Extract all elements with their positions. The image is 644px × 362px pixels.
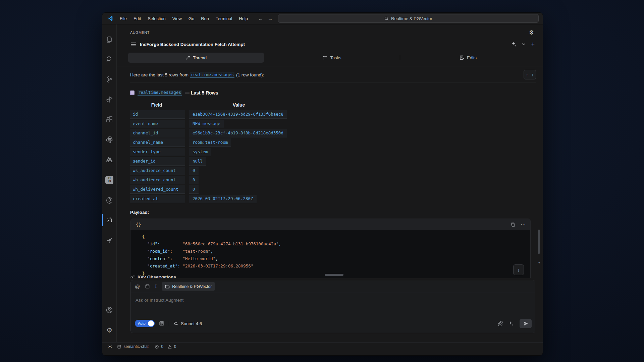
intro-text: Here are the last 5 rows from (130, 72, 189, 77)
context-chip[interactable]: Realtime & PGVector (162, 282, 215, 291)
sparkle-wand-icon[interactable] (511, 42, 516, 47)
value-cell: null (189, 157, 206, 166)
text-cursor-icon[interactable]: I (155, 284, 157, 289)
tab-edits[interactable]: Edits (400, 53, 536, 63)
sidebar-item-explorer[interactable] (102, 29, 116, 49)
value-cell: 0 (189, 176, 199, 184)
thread-list-icon[interactable] (131, 43, 136, 46)
panel-header: AUGMENT ⚙ (117, 24, 543, 39)
tab-thread[interactable]: Thread (128, 53, 264, 63)
context-chip-label: Realtime & PGVector (172, 284, 212, 289)
paper-plane-icon (105, 236, 113, 244)
thread-actions: + (511, 41, 535, 47)
code-line: "content": "Hello world", (137, 255, 524, 262)
menu-help[interactable]: Help (235, 15, 251, 22)
error-count: 0 (161, 344, 163, 349)
prompt-guide-icon[interactable] (159, 321, 164, 326)
remote-indicator[interactable]: >< (108, 344, 111, 349)
sidebar-item-augment[interactable] (102, 210, 116, 230)
scroll-to-bottom-button[interactable]: ↓ (513, 264, 524, 275)
vertical-scrollbar[interactable] (538, 230, 540, 254)
thread-title: InsForge Backend Documentation Fetch Att… (140, 42, 245, 47)
activity-bar-bottom: ⚙ (102, 300, 116, 342)
tab-tasks[interactable]: Tasks (264, 53, 400, 63)
code-line: "id": "68c560ec-679a-4274-b131-b976100ac… (137, 240, 524, 248)
mention-icon[interactable]: @ (135, 284, 140, 289)
input-right-controls (497, 319, 532, 328)
tasklist-icon (322, 55, 327, 60)
scroll-up-icon[interactable]: ↑ (526, 72, 528, 77)
code-line: { (137, 233, 524, 240)
attach-paperclip-icon[interactable] (497, 321, 503, 326)
sidebar-item-openai[interactable] (102, 190, 116, 210)
workspace-icon (117, 345, 121, 349)
panel-settings-gear-icon[interactable]: ⚙ (529, 29, 534, 36)
python-icon (105, 136, 113, 144)
augment-panel: AUGMENT ⚙ InsForge Backend Documentation… (117, 24, 543, 342)
sidebar-item-run-debug[interactable] (102, 89, 116, 110)
payload-label: Payload: (130, 210, 543, 215)
value-cell: 0 (189, 185, 199, 194)
warning-icon (167, 345, 172, 349)
menu-edit[interactable]: Edit (130, 15, 144, 22)
table-header-row: Field Value (130, 100, 543, 110)
copy-icon[interactable] (511, 222, 515, 227)
account-icon (105, 306, 113, 314)
menu-terminal[interactable]: Terminal (212, 15, 235, 22)
chevron-down-icon[interactable] (522, 42, 526, 46)
save-icon[interactable] (145, 284, 150, 289)
resize-drag-handle[interactable] (325, 274, 343, 276)
enhance-sparkle-icon[interactable] (508, 321, 514, 326)
sidebar-item-python[interactable] (102, 130, 116, 150)
value-cell: 2026-03-02T17:29:06.280Z (189, 195, 257, 203)
workspace-indicator[interactable]: semantic-chat (117, 344, 149, 349)
sidebar-item-search[interactable] (102, 49, 116, 69)
menu-run[interactable]: Run (198, 15, 212, 22)
new-thread-plus-icon[interactable]: + (531, 41, 535, 47)
activity-bar: K1 LO ⚙ (102, 24, 117, 342)
sidebar-item-publish[interactable] (102, 230, 116, 250)
code-line: "created_at": "2026-03-02T17:29:06.28095… (137, 262, 524, 270)
field-cell: wh_delivered_count (130, 185, 185, 194)
auto-mode-toggle[interactable]: Auto (135, 320, 155, 327)
menu-file[interactable]: File (116, 15, 130, 22)
value-cell: system (189, 148, 211, 156)
payload-code-block: {} ⋯ { "id": "68c560ec-679a-4274-b131-b9… (130, 219, 531, 278)
tab-bar: Thread Tasks Edits (128, 53, 536, 63)
settings-button[interactable]: ⚙ (102, 320, 116, 340)
toggle-knob (148, 320, 154, 326)
send-button[interactable] (520, 319, 532, 328)
chat-text-editor[interactable]: Ask or Instruct Augment (131, 293, 535, 317)
input-placeholder: Ask or Instruct Augment (136, 298, 183, 303)
section-divider (130, 82, 536, 82)
sidebar-item-extensions[interactable] (102, 110, 116, 130)
back-arrow-icon[interactable]: ← (258, 16, 263, 21)
model-name: Sonnet 4.6 (181, 321, 202, 326)
model-selector[interactable]: Sonnet 4.6 (173, 321, 202, 326)
workspace-name: semantic-chat (123, 344, 149, 349)
sidebar-item-azure[interactable] (102, 150, 116, 170)
problems-indicator[interactable]: 0 0 (155, 344, 176, 349)
sidebar-item-source-control[interactable] (102, 69, 116, 89)
code-block-header: {} ⋯ (130, 219, 530, 230)
menu-selection[interactable]: Selection (144, 15, 169, 22)
sidebar-item-kilo[interactable]: K1 LO (102, 170, 116, 190)
chat-input-container[interactable]: @ I Realtime & PGVector Ask or Instruct … (130, 280, 535, 333)
menu-view[interactable]: View (169, 15, 185, 22)
table-row: ide1eb3074-1568-4319-bd29-6f133f6baec8 (130, 110, 543, 119)
more-actions-icon[interactable]: ⋯ (521, 222, 526, 227)
extensions-icon (105, 116, 113, 124)
forward-arrow-icon[interactable]: → (268, 16, 273, 21)
menu-go[interactable]: Go (185, 15, 198, 22)
command-center-search[interactable]: Realtime & PGVector (278, 14, 539, 23)
table-row: wh_delivered_count0 (130, 185, 543, 194)
table-row: channel_nameroom:test-room (130, 138, 543, 147)
edits-icon (460, 55, 464, 60)
thread-content: Here are the last 5 rows from realtime.m… (117, 66, 543, 278)
field-cell: sender_type (130, 148, 185, 156)
scroll-down-icon[interactable]: ↓ (532, 72, 534, 77)
table-heading: realtime.messages — Last 5 Rows (130, 90, 543, 96)
accounts-button[interactable] (102, 300, 116, 320)
panel-title: AUGMENT (130, 31, 150, 35)
record-table: Field Value ide1eb3074-1568-4319-bd29-6f… (130, 100, 543, 203)
